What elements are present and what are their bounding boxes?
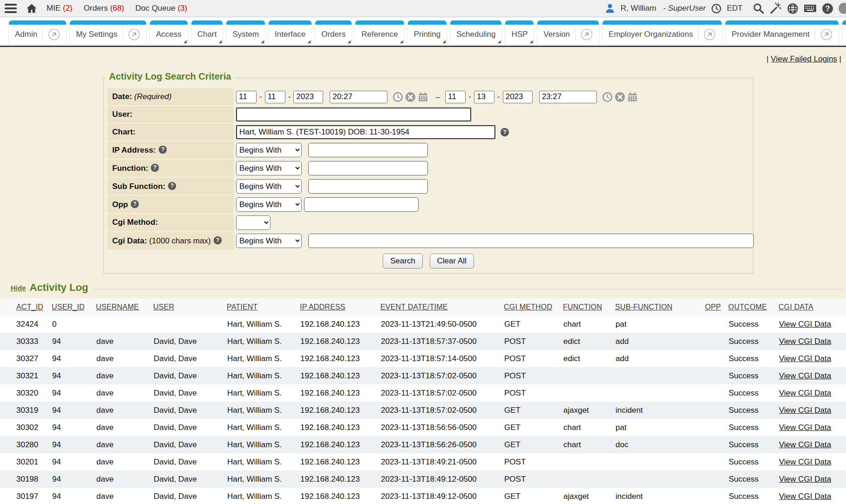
search-button[interactable]: Search bbox=[383, 254, 423, 269]
date-from-year-input[interactable] bbox=[293, 91, 323, 103]
tab-label: Chart bbox=[197, 30, 217, 39]
ip-match-select[interactable]: Begins With bbox=[236, 143, 302, 157]
view-cgi-data-link[interactable]: View CGI Data bbox=[779, 354, 831, 363]
view-cgi-data-link[interactable]: View CGI Data bbox=[779, 492, 831, 501]
tab-label: Employer Organizations bbox=[609, 30, 693, 39]
calendar-icon[interactable] bbox=[418, 92, 428, 102]
nav-orders[interactable]: Orders (68) bbox=[84, 4, 124, 13]
help-icon[interactable]: ? bbox=[822, 3, 833, 14]
tab-scheduling[interactable]: Scheduling◢ bbox=[450, 20, 502, 45]
date-from-month-input[interactable] bbox=[236, 91, 257, 103]
hamburger-menu-icon[interactable] bbox=[5, 4, 17, 13]
column-header-patient[interactable]: PATIENT bbox=[227, 298, 300, 316]
tab-chart[interactable]: Chart◢ bbox=[191, 20, 223, 45]
cgi-data-help-icon[interactable]: ? bbox=[213, 236, 222, 245]
column-header-outcome[interactable]: OUTCOME bbox=[728, 298, 778, 316]
date-to-day-input[interactable] bbox=[474, 91, 494, 103]
column-header-function[interactable]: FUNCTION bbox=[563, 298, 615, 316]
opp-match-select[interactable]: Begins With bbox=[236, 197, 302, 212]
tab-orders[interactable]: Orders◢ bbox=[315, 20, 352, 45]
column-header-cgi-method[interactable]: CGI METHOD bbox=[504, 298, 563, 316]
date-to-month-input[interactable] bbox=[445, 91, 466, 103]
external-link-icon bbox=[122, 28, 140, 40]
time-picker-icon[interactable] bbox=[393, 92, 403, 102]
column-header-label: USER_ID bbox=[52, 303, 85, 311]
user-name[interactable]: R, William bbox=[621, 4, 656, 13]
view-cgi-data-link[interactable]: View CGI Data bbox=[779, 457, 831, 466]
time-picker-icon[interactable] bbox=[602, 92, 613, 102]
view-cgi-data-link[interactable]: View CGI Data bbox=[779, 440, 831, 449]
clock-icon[interactable] bbox=[711, 3, 722, 14]
clear-date-icon[interactable] bbox=[405, 92, 416, 102]
magic-wand-icon[interactable] bbox=[770, 2, 782, 14]
column-header-ip-address[interactable]: IP ADDRESS bbox=[300, 298, 380, 316]
tab-provider-management[interactable]: Provider Management bbox=[725, 20, 839, 45]
date-from-time-input[interactable] bbox=[330, 91, 387, 103]
column-header-event-date-time[interactable]: EVENT DATE/TIME bbox=[380, 298, 504, 316]
view-cgi-data-link[interactable]: View CGI Data bbox=[779, 389, 831, 397]
column-header-opp[interactable]: OPP bbox=[705, 298, 728, 316]
column-header-username[interactable]: USERNAME bbox=[96, 298, 153, 316]
opp-input[interactable] bbox=[304, 197, 419, 212]
home-icon[interactable] bbox=[26, 3, 37, 14]
tab-reference[interactable]: Reference◢ bbox=[355, 20, 404, 45]
tab-printing[interactable]: Printing◢ bbox=[407, 20, 447, 45]
column-header-user-id[interactable]: USER_ID bbox=[52, 298, 96, 316]
column-header-cgi-data[interactable]: CGI DATA bbox=[778, 298, 846, 316]
nav-doc-queue[interactable]: Doc Queue (3) bbox=[135, 4, 188, 13]
tab-hsp[interactable]: HSP◢ bbox=[505, 20, 534, 45]
hide-link[interactable]: Hide bbox=[11, 284, 26, 292]
tab-admin[interactable]: Admin bbox=[8, 20, 67, 45]
view-failed-logins-link[interactable]: View Failed Logins bbox=[771, 54, 837, 63]
view-cgi-data-link[interactable]: View CGI Data bbox=[779, 320, 831, 329]
function-match-select[interactable]: Begins With bbox=[236, 161, 302, 175]
svg-text:?: ? bbox=[826, 4, 830, 12]
chart-input[interactable] bbox=[236, 125, 495, 139]
tab-employer-organizations[interactable]: Employer Organizations bbox=[602, 20, 722, 45]
ip-address-field: Begins With bbox=[234, 141, 749, 159]
nav-mie[interactable]: MIE (2) bbox=[47, 4, 73, 13]
function-help-icon[interactable]: ? bbox=[150, 163, 159, 172]
cgi-method-select[interactable] bbox=[236, 215, 271, 230]
opp-help-icon[interactable]: ? bbox=[130, 200, 139, 208]
cgi-data-row: Cgi Data: (1000 chars max)? Begins With bbox=[108, 232, 749, 249]
sub-function-match-select[interactable]: Begins With bbox=[236, 179, 302, 194]
user-input[interactable] bbox=[236, 108, 471, 121]
tab-my-settings[interactable]: My Settings bbox=[69, 20, 147, 45]
cell-function bbox=[563, 470, 615, 488]
view-cgi-data-link[interactable]: View CGI Data bbox=[779, 371, 831, 380]
cgi-data-input[interactable] bbox=[308, 234, 754, 248]
function-input[interactable] bbox=[308, 161, 428, 175]
globe-icon[interactable] bbox=[787, 3, 799, 14]
column-header-user[interactable]: USER bbox=[153, 298, 227, 316]
ip-address-input[interactable] bbox=[308, 143, 428, 157]
sub-function-input[interactable] bbox=[308, 179, 428, 194]
view-cgi-data-link[interactable]: View CGI Data bbox=[779, 423, 831, 432]
tab-access[interactable]: Access◢ bbox=[149, 20, 188, 45]
view-cgi-data-link[interactable]: View CGI Data bbox=[779, 475, 831, 484]
view-cgi-data-link[interactable]: View CGI Data bbox=[779, 406, 831, 415]
tab-similar-exposure[interactable]: Similar Exposure bbox=[842, 20, 846, 45]
sub-function-help-icon[interactable]: ? bbox=[168, 181, 176, 190]
chart-help-icon[interactable]: ? bbox=[500, 128, 509, 137]
sub-function-row: Sub Function:? Begins With bbox=[108, 178, 749, 195]
tab-system[interactable]: System◢ bbox=[226, 20, 265, 45]
search-icon[interactable] bbox=[752, 2, 765, 14]
clear-date-icon[interactable] bbox=[615, 92, 625, 102]
tab-interface[interactable]: Interface◢ bbox=[268, 20, 312, 45]
cgi-data-match-select[interactable]: Begins With bbox=[236, 234, 302, 248]
calendar-icon[interactable] bbox=[627, 92, 638, 102]
keyboard-icon[interactable] bbox=[804, 3, 817, 13]
date-from-day-input[interactable] bbox=[265, 91, 285, 103]
column-header-act-id[interactable]: ACT_ID bbox=[0, 298, 52, 316]
view-cgi-data-link[interactable]: View CGI Data bbox=[779, 337, 831, 346]
date-to-year-input[interactable] bbox=[503, 91, 533, 103]
clear-all-button[interactable]: Clear All bbox=[430, 254, 474, 269]
tab-accent-bar bbox=[191, 20, 223, 25]
ip-help-icon[interactable]: ? bbox=[158, 145, 167, 154]
user-avatar-icon[interactable] bbox=[604, 3, 616, 14]
column-header-sub-function[interactable]: SUB-FUNCTION bbox=[615, 298, 705, 316]
tab-version[interactable]: Version bbox=[537, 20, 599, 45]
date-to-time-input[interactable] bbox=[539, 91, 597, 103]
cell-patient: Hart, William S. bbox=[227, 316, 300, 333]
